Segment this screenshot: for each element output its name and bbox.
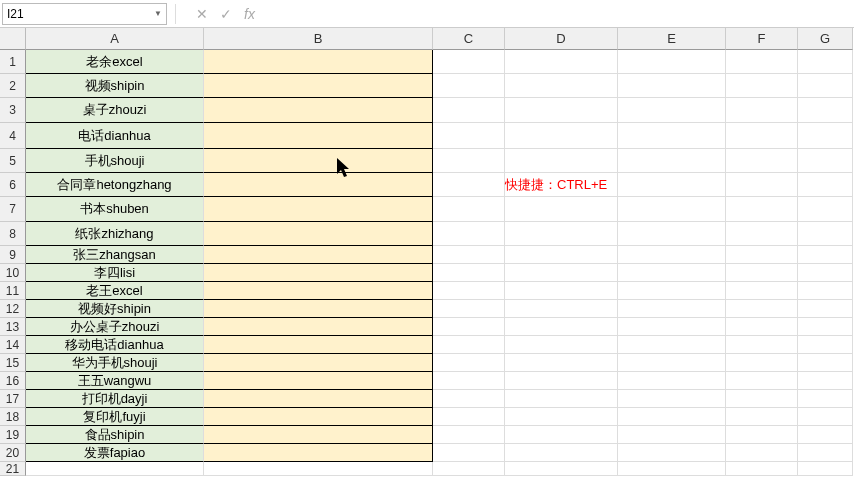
cell[interactable] [505,246,618,264]
cell[interactable] [798,462,853,476]
row-header[interactable]: 3 [0,98,26,123]
cell[interactable] [726,318,798,336]
cell[interactable] [505,372,618,390]
cell-a14[interactable]: 移动电话dianhua [26,336,204,354]
cell-b20[interactable] [204,444,433,462]
row-header[interactable]: 9 [0,246,26,264]
col-header-g[interactable]: G [798,28,853,50]
col-header-a[interactable]: A [26,28,204,50]
cell[interactable] [726,222,798,246]
cell[interactable] [433,246,505,264]
cell-b14[interactable] [204,336,433,354]
cell[interactable] [505,426,618,444]
cell[interactable] [433,354,505,372]
cell[interactable] [618,173,726,197]
row-header[interactable]: 1 [0,50,26,74]
cell[interactable] [505,98,618,123]
cell[interactable] [618,444,726,462]
cell-a18[interactable]: 复印机fuyji [26,408,204,426]
dropdown-icon[interactable]: ▼ [154,9,162,18]
cell[interactable] [618,98,726,123]
cell-b1[interactable] [204,50,433,74]
cell[interactable] [433,444,505,462]
cell[interactable] [726,372,798,390]
cell-b3[interactable] [204,98,433,123]
cell[interactable] [618,408,726,426]
cell[interactable] [433,426,505,444]
cell[interactable] [433,318,505,336]
cell[interactable] [505,462,618,476]
cell[interactable] [618,390,726,408]
cell[interactable] [618,426,726,444]
cell[interactable] [433,74,505,98]
cell[interactable] [505,222,618,246]
cell-b13[interactable] [204,318,433,336]
cell-a6[interactable]: 合同章hetongzhang [26,173,204,197]
cell[interactable] [618,462,726,476]
row-header[interactable]: 10 [0,264,26,282]
cell[interactable] [433,123,505,149]
cell-b18[interactable] [204,408,433,426]
cell[interactable] [618,354,726,372]
cell[interactable] [505,74,618,98]
cell-a16[interactable]: 王五wangwu [26,372,204,390]
cell-b21[interactable] [204,462,433,476]
cell-a9[interactable]: 张三zhangsan [26,246,204,264]
cell-b5[interactable] [204,149,433,173]
cell-a21[interactable] [26,462,204,476]
cell-a8[interactable]: 纸张zhizhang [26,222,204,246]
cell[interactable] [505,408,618,426]
cell[interactable] [798,408,853,426]
row-header[interactable]: 14 [0,336,26,354]
cell-a5[interactable]: 手机shouji [26,149,204,173]
row-header[interactable]: 5 [0,149,26,173]
cell-b7[interactable] [204,197,433,222]
cell[interactable] [505,390,618,408]
cell[interactable] [726,50,798,74]
cell[interactable] [726,149,798,173]
cell[interactable] [433,408,505,426]
cell[interactable] [726,246,798,264]
cell[interactable] [798,426,853,444]
cell[interactable] [726,462,798,476]
col-header-e[interactable]: E [618,28,726,50]
select-all-corner[interactable] [0,28,26,50]
cell[interactable] [618,372,726,390]
row-header[interactable]: 8 [0,222,26,246]
cell[interactable] [505,50,618,74]
col-header-c[interactable]: C [433,28,505,50]
cell-a10[interactable]: 李四lisi [26,264,204,282]
cell[interactable] [726,282,798,300]
col-header-d[interactable]: D [505,28,618,50]
cell[interactable] [433,173,505,197]
cell[interactable] [726,390,798,408]
row-header[interactable]: 13 [0,318,26,336]
cell[interactable] [618,264,726,282]
cell[interactable] [798,50,853,74]
cell-b2[interactable] [204,74,433,98]
cell[interactable] [726,98,798,123]
cell-a7[interactable]: 书本shuben [26,197,204,222]
cancel-icon[interactable]: ✕ [196,6,208,22]
cell[interactable] [798,336,853,354]
row-header[interactable]: 7 [0,197,26,222]
cell[interactable] [798,300,853,318]
cell[interactable] [505,264,618,282]
cell[interactable]: 快捷捷：CTRL+E [505,173,618,197]
cell[interactable] [505,318,618,336]
cell-a20[interactable]: 发票fapiao [26,444,204,462]
cell[interactable] [618,123,726,149]
formula-input[interactable] [263,3,854,25]
cell-a4[interactable]: 电话dianhua [26,123,204,149]
cell-b4[interactable] [204,123,433,149]
cell[interactable] [798,197,853,222]
cell[interactable] [433,462,505,476]
cell[interactable] [618,74,726,98]
cell[interactable] [798,222,853,246]
cell[interactable] [618,318,726,336]
cell[interactable] [726,123,798,149]
cell[interactable] [618,222,726,246]
cell[interactable] [433,282,505,300]
cell[interactable] [433,264,505,282]
cell-a1[interactable]: 老余excel [26,50,204,74]
